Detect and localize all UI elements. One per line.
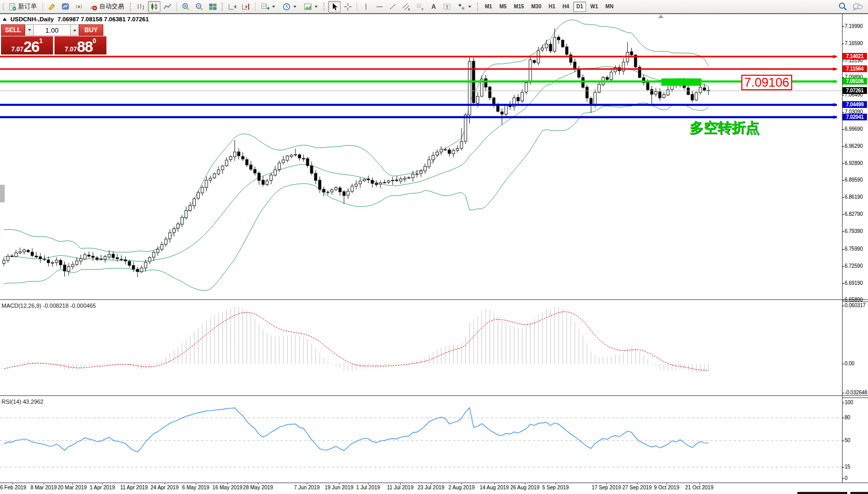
chart-window-icon (61, 3, 70, 11)
candle-body (209, 178, 212, 180)
arrows-button[interactable] (454, 1, 474, 12)
signals-button[interactable] (73, 1, 85, 12)
candle-body (189, 205, 192, 211)
candle-body (39, 257, 42, 259)
candle-body (606, 77, 608, 79)
hline-marker[interactable] (833, 116, 835, 118)
fibonacci-button[interactable]: F (414, 1, 426, 12)
sell-price-display[interactable]: 7.07 26 1 (1, 36, 53, 54)
bar-chart-button[interactable] (134, 1, 147, 12)
volume-input[interactable] (34, 24, 70, 36)
ohlc-values: 7.06987 7.08158 7.06381 7.07261 (58, 16, 149, 22)
macd-panel-canvas[interactable] (0, 301, 842, 395)
indicators-button[interactable] (258, 1, 278, 12)
highlight-rectangle[interactable] (661, 78, 701, 86)
price-axis-label: 6.82790 (845, 211, 863, 217)
window-edge-bar (850, 492, 868, 494)
periods-button[interactable] (279, 1, 300, 12)
timeframe-button-w1[interactable]: W1 (587, 2, 601, 12)
sell-button[interactable]: SELL (1, 24, 25, 36)
price-axis-label: 7.16590 (845, 40, 863, 46)
macd-axis-tick (842, 364, 844, 364)
candle-body (257, 173, 260, 181)
new-order-button[interactable]: 新订单 (5, 1, 40, 12)
candle-body (399, 179, 402, 181)
styler-button[interactable] (46, 1, 58, 12)
templates-button[interactable] (301, 1, 321, 12)
candle-body (47, 260, 50, 263)
horizontal-line-button[interactable] (373, 1, 386, 12)
price-axis-tick (842, 146, 844, 147)
zoom-in-icon (182, 3, 190, 11)
candle-body (549, 44, 552, 51)
vertical-line-button[interactable] (360, 1, 372, 12)
ohlc-bars-icon (137, 3, 145, 11)
line-chart-button[interactable] (161, 1, 174, 12)
vertical-line-icon (362, 3, 370, 11)
date-axis-label: 24 Apr 2019 (151, 485, 179, 490)
svg-text:A: A (431, 3, 436, 10)
timeframe-button-m1[interactable]: M1 (482, 2, 495, 12)
trendline-button[interactable] (387, 1, 399, 12)
candle-body (197, 193, 199, 198)
text-label-button[interactable]: T (441, 1, 453, 12)
cursor-button[interactable] (328, 1, 341, 12)
price-tag: 7.14021 (843, 53, 867, 60)
candlestick-chart-button[interactable] (148, 1, 160, 12)
dropdown-caret-icon (272, 6, 275, 8)
hline-marker[interactable] (833, 103, 835, 106)
main-chart-canvas[interactable] (0, 14, 842, 300)
candle-body (160, 244, 163, 249)
timeframe-button-mn[interactable]: MN (602, 2, 617, 12)
svg-text:E: E (408, 8, 410, 11)
window-edge-bar (797, 492, 847, 494)
hline-marker[interactable] (833, 80, 835, 83)
rsi-axis-label: 0 (845, 475, 847, 481)
timeframe-button-h4[interactable]: H4 (560, 2, 573, 12)
date-axis-label: 8 Mar 2019 (31, 485, 57, 490)
hline-marker[interactable] (833, 68, 835, 71)
zoom-in-button[interactable] (180, 1, 192, 12)
buy-button[interactable]: BUY (79, 24, 103, 36)
auto-trading-button[interactable]: 自动交易 (86, 1, 127, 12)
candle-body (687, 88, 689, 94)
chat-icon[interactable] (852, 3, 863, 11)
candle-body (148, 257, 151, 262)
date-axis-label: 5 Sep 2019 (542, 485, 568, 490)
timeframe-button-h1[interactable]: H1 (546, 2, 559, 12)
toolbar-right-group (838, 2, 868, 11)
signal-icon (75, 3, 83, 11)
tile-windows-button[interactable] (207, 1, 219, 12)
profiles-button[interactable] (59, 1, 72, 12)
rsi-panel-canvas[interactable] (0, 397, 842, 483)
chart-shift-button[interactable] (240, 1, 252, 12)
search-icon[interactable] (838, 2, 847, 11)
date-axis-label: 26 Aug 2019 (510, 485, 539, 490)
zoom-out-button[interactable] (193, 1, 206, 12)
equidistant-channel-button[interactable]: E (400, 1, 413, 12)
candle-body (375, 183, 378, 185)
volume-increase-button[interactable] (70, 24, 79, 36)
candle-body (19, 252, 21, 253)
crosshair-button[interactable] (342, 1, 354, 12)
timeframe-button-m5[interactable]: M5 (496, 2, 510, 12)
volume-decrease-button[interactable] (25, 24, 34, 36)
timeframe-button-m30[interactable]: M30 (528, 2, 544, 12)
timeframe-button-d1[interactable]: D1 (573, 2, 586, 12)
price-level-callout[interactable]: 7.09106 (741, 75, 792, 90)
toolbar-grip (477, 3, 479, 11)
text-button[interactable]: A (427, 1, 440, 12)
gray-artifact (0, 185, 5, 202)
candle-body (250, 165, 252, 169)
candle-body (448, 150, 451, 154)
toolbar-grip (130, 3, 132, 11)
timeframe-button-m15[interactable]: M15 (511, 2, 527, 12)
hline-marker[interactable] (833, 56, 835, 58)
price-axis-tick (842, 163, 844, 164)
collapse-triangle-icon[interactable] (3, 18, 7, 21)
auto-scroll-button[interactable] (226, 1, 239, 12)
candle-body (359, 181, 361, 184)
add-indicator-icon (261, 3, 269, 11)
buy-price-display[interactable]: 7.07 88 0 (55, 36, 106, 54)
turning-point-annotation[interactable]: 多空转折点 (689, 118, 760, 137)
